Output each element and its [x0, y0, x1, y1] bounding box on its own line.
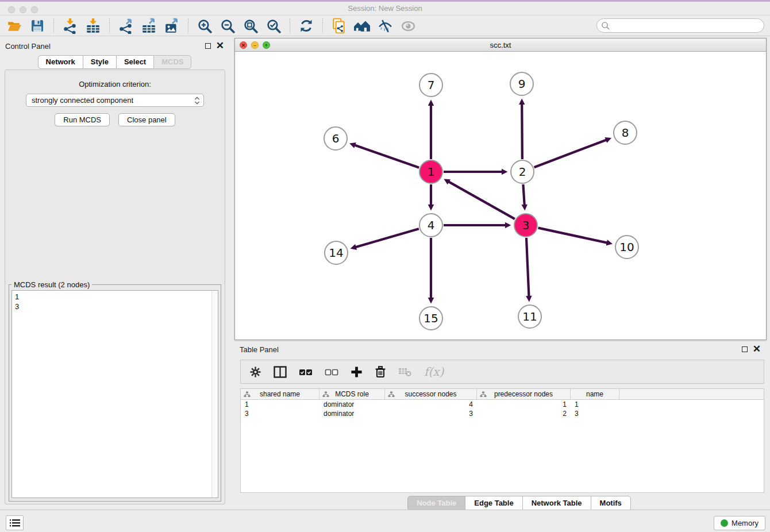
column-header-shared-name[interactable]: shared name [241, 389, 319, 399]
add-column-button[interactable] [351, 363, 363, 380]
cell-mcds-role: dominator [319, 400, 385, 409]
task-history-button[interactable] [6, 515, 24, 530]
list-icon [10, 519, 20, 527]
close-panel-icon[interactable]: ✕ [216, 43, 224, 49]
optimization-criterion-value: strongly connected component [32, 96, 194, 105]
column-header-predecessor-nodes[interactable]: predecessor nodes [477, 389, 571, 399]
graph-node-2[interactable]: 2 [510, 160, 534, 184]
zoom-fit-icon [243, 18, 259, 34]
run-mcds-button[interactable]: Run MCDS [55, 113, 110, 126]
graph-edge-1-6[interactable] [355, 145, 419, 168]
duplicate-network-view-button[interactable] [329, 17, 349, 35]
delete-table-button[interactable] [398, 363, 412, 380]
graph-edge-2-3[interactable] [523, 184, 524, 205]
search-input[interactable] [610, 20, 764, 32]
minimize-view-button[interactable]: – [251, 41, 259, 49]
export-image-button[interactable] [162, 17, 182, 35]
zoom-in-button[interactable] [195, 17, 214, 35]
graph-node-1[interactable]: 1 [419, 160, 443, 184]
maximize-window-button[interactable] [31, 6, 38, 13]
result-scrollbar[interactable] [211, 291, 218, 498]
refresh-button[interactable] [297, 17, 316, 35]
table-row[interactable]: 1 dominator 4 1 1 [241, 400, 764, 409]
float-panel-icon[interactable] [205, 43, 211, 49]
home-button[interactable] [352, 17, 372, 35]
show-panels-button[interactable] [398, 17, 418, 35]
cell-name: 1 [571, 400, 619, 409]
graph-node-10[interactable]: 10 [615, 235, 639, 259]
status-bar: Memory [0, 510, 770, 532]
graph-node-15[interactable]: 15 [419, 306, 443, 330]
search-field[interactable] [596, 18, 764, 33]
maximize-view-button[interactable]: + [263, 41, 270, 49]
zoom-selected-icon [266, 18, 282, 34]
deselect-all-button[interactable] [325, 363, 338, 380]
export-network-button[interactable] [116, 17, 136, 35]
close-table-panel-icon[interactable]: ✕ [753, 346, 761, 352]
columns-icon [274, 366, 287, 378]
tab-mcds[interactable]: MCDS [153, 55, 191, 69]
save-session-button[interactable] [28, 17, 47, 35]
graph-edge-2-8[interactable] [534, 140, 607, 167]
graph-edge-3-10[interactable] [538, 228, 607, 243]
graph-node-8[interactable]: 8 [613, 121, 637, 145]
graph-node-7[interactable]: 7 [419, 73, 443, 97]
network-window-titlebar[interactable]: ✕ – + scc.txt [235, 38, 766, 52]
delete-column-button[interactable] [375, 363, 386, 380]
close-window-button[interactable] [8, 6, 15, 13]
memory-button[interactable]: Memory [714, 516, 765, 530]
graph-node-6[interactable]: 6 [324, 126, 348, 151]
cell-mcds-role: dominator [319, 409, 385, 418]
network-window-controls: ✕ – + [240, 41, 270, 49]
tab-node-table[interactable]: Node Table [407, 496, 465, 511]
show-columns-button[interactable] [274, 363, 287, 380]
tab-network-table[interactable]: Network Table [522, 496, 591, 511]
table-panel-title: Table Panel [234, 345, 279, 354]
table-settings-button[interactable] [249, 363, 261, 380]
hierarchy-icon [388, 391, 395, 398]
tab-style[interactable]: Style [83, 55, 117, 69]
tab-motifs[interactable]: Motifs [591, 496, 631, 511]
graph-node-9[interactable]: 9 [510, 72, 534, 96]
window-controls [8, 6, 38, 13]
column-header-successor-nodes[interactable]: successor nodes [385, 389, 477, 399]
tab-network[interactable]: Network [38, 55, 83, 69]
zoom-fit-button[interactable] [241, 17, 260, 35]
import-table-button[interactable] [83, 17, 103, 35]
cell-successor-nodes: 4 [385, 400, 477, 409]
graph-edge-3-11[interactable] [526, 238, 529, 296]
optimization-criterion-select[interactable]: strongly connected component [26, 94, 204, 107]
mcds-result-textarea[interactable]: 1 3 [11, 290, 218, 498]
column-header-mcds-role[interactable]: MCDS role [319, 389, 385, 399]
mcds-result-title: MCDS result (2 nodes) [11, 280, 92, 289]
tab-select[interactable]: Select [116, 55, 154, 69]
graph-edge-3-1[interactable] [448, 182, 514, 219]
graph-node-11[interactable]: 11 [518, 304, 542, 329]
graph-edge-4-14[interactable] [356, 229, 419, 247]
import-network-button[interactable] [60, 17, 80, 35]
graph-svg[interactable] [235, 52, 766, 340]
network-view-title: scc.txt [490, 41, 511, 49]
network-canvas[interactable]: 7968124314101511 [235, 52, 766, 340]
tab-edge-table[interactable]: Edge Table [465, 496, 522, 511]
hide-panels-button[interactable] [375, 17, 395, 35]
graph-edge-2-9[interactable] [522, 104, 522, 159]
minimize-window-button[interactable] [20, 6, 26, 13]
close-view-button[interactable]: ✕ [240, 41, 247, 49]
open-session-button[interactable] [5, 17, 24, 35]
close-panel-button[interactable]: Close panel [118, 113, 175, 126]
zoom-selected-button[interactable] [264, 17, 283, 35]
export-table-button[interactable] [139, 17, 159, 35]
zoom-out-button[interactable] [218, 17, 237, 35]
function-builder-button[interactable]: f(x) [424, 363, 444, 380]
graph-node-14[interactable]: 14 [324, 241, 348, 265]
unchecked-boxes-icon [325, 367, 338, 377]
float-table-panel-icon[interactable] [742, 346, 748, 352]
graph-node-3[interactable]: 3 [514, 213, 538, 237]
duplicate-network-icon [331, 18, 347, 34]
graph-node-4[interactable]: 4 [419, 213, 443, 237]
search-icon [601, 21, 610, 30]
column-header-name[interactable]: name [571, 389, 619, 399]
select-all-button[interactable] [299, 363, 313, 380]
table-row[interactable]: 3 dominator 3 2 3 [241, 409, 764, 418]
